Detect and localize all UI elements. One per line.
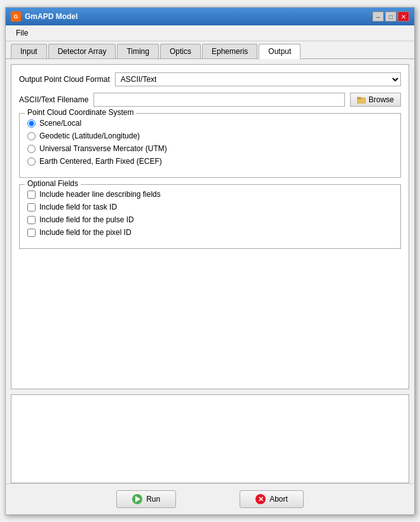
- svg-rect-1: [357, 97, 361, 99]
- menu-bar: File: [6, 25, 414, 41]
- abort-icon: ✕: [255, 494, 266, 504]
- run-label: Run: [146, 495, 160, 504]
- optional-fields-label: Optional Fields: [25, 179, 81, 188]
- main-window: G GmAPD Model – □ ✕ File Input Detector …: [5, 7, 415, 515]
- content-area: Output Point Cloud Format ASCII/Text Bin…: [6, 59, 414, 394]
- coordinate-system-label: Point Cloud Coordinate System: [25, 108, 136, 117]
- tab-output[interactable]: Output: [259, 44, 301, 59]
- checkbox-header-input[interactable]: [27, 191, 36, 199]
- tab-optics[interactable]: Optics: [160, 44, 201, 58]
- title-bar-left: G GmAPD Model: [11, 11, 78, 22]
- checkbox-task-id-label: Include field for task ID: [39, 203, 117, 211]
- folder-icon: [357, 96, 366, 104]
- filename-label: ASCII/Text Filename: [19, 95, 88, 104]
- format-label: Output Point Cloud Format: [19, 75, 110, 84]
- tab-input[interactable]: Input: [11, 44, 47, 58]
- coordinate-system-group: Point Cloud Coordinate System Scene/Loca…: [19, 113, 401, 178]
- checkbox-pixel-id-input[interactable]: [27, 229, 36, 237]
- browse-label: Browse: [369, 95, 394, 104]
- radio-ecef-label: Earth Centered, Earth Fixed (ECEF): [39, 157, 162, 166]
- maximize-button[interactable]: □: [385, 11, 396, 22]
- checkbox-pulse-id-label: Include field for the pulse ID: [39, 215, 134, 224]
- checkbox-task-id: Include field for task ID: [27, 203, 393, 211]
- bottom-bar: Run ✕ Abort: [6, 483, 414, 514]
- checkbox-pulse-id: Include field for the pulse ID: [27, 215, 393, 224]
- browse-button[interactable]: Browse: [350, 93, 401, 107]
- minimize-button[interactable]: –: [372, 11, 384, 22]
- checkbox-task-id-input[interactable]: [27, 203, 36, 211]
- optional-fields-group: Optional Fields Include header line desc…: [19, 184, 401, 249]
- title-bar-controls: – □ ✕: [372, 11, 409, 22]
- radio-ecef-input[interactable]: [27, 157, 36, 166]
- radio-geodetic: Geodetic (Latitude/Longitude): [27, 131, 393, 140]
- tabs-bar: Input Detector Array Timing Optics Ephem…: [6, 41, 414, 59]
- tab-timing[interactable]: Timing: [117, 44, 159, 58]
- close-button[interactable]: ✕: [398, 11, 409, 22]
- radio-ecef: Earth Centered, Earth Fixed (ECEF): [27, 157, 393, 166]
- radio-utm: Universal Transverse Mercator (UTM): [27, 144, 393, 153]
- output-panel: Output Point Cloud Format ASCII/Text Bin…: [11, 64, 409, 389]
- filename-row: ASCII/Text Filename Browse: [19, 93, 401, 107]
- run-button[interactable]: Run: [116, 490, 176, 508]
- filename-input[interactable]: [93, 93, 345, 107]
- checkbox-pixel-id: Include field for the pixel ID: [27, 228, 393, 237]
- run-icon: [132, 494, 142, 504]
- log-panel: [11, 394, 409, 483]
- checkbox-header: Include header line describing fields: [27, 190, 393, 199]
- checkbox-header-label: Include header line describing fields: [39, 190, 161, 199]
- abort-button[interactable]: ✕ Abort: [240, 490, 304, 508]
- tab-ephemeris[interactable]: Ephemeris: [202, 44, 257, 58]
- checkbox-pulse-id-input[interactable]: [27, 216, 36, 224]
- radio-utm-input[interactable]: [27, 145, 36, 153]
- radio-geodetic-input[interactable]: [27, 132, 36, 140]
- window-title: GmAPD Model: [25, 12, 78, 21]
- format-row: Output Point Cloud Format ASCII/Text Bin…: [19, 72, 401, 86]
- radio-utm-label: Universal Transverse Mercator (UTM): [39, 144, 167, 153]
- checkbox-pixel-id-label: Include field for the pixel ID: [39, 228, 132, 237]
- file-menu[interactable]: File: [11, 27, 33, 39]
- app-icon: G: [11, 11, 21, 22]
- radio-scene-local: Scene/Local: [27, 119, 393, 128]
- radio-scene-local-label: Scene/Local: [39, 119, 81, 128]
- radio-geodetic-label: Geodetic (Latitude/Longitude): [39, 131, 140, 140]
- title-bar: G GmAPD Model – □ ✕: [6, 8, 414, 25]
- abort-label: Abort: [269, 495, 288, 504]
- radio-scene-local-input[interactable]: [27, 119, 36, 128]
- format-select[interactable]: ASCII/Text Binary LAS LAZ: [115, 72, 401, 86]
- tab-detector-array[interactable]: Detector Array: [48, 44, 116, 58]
